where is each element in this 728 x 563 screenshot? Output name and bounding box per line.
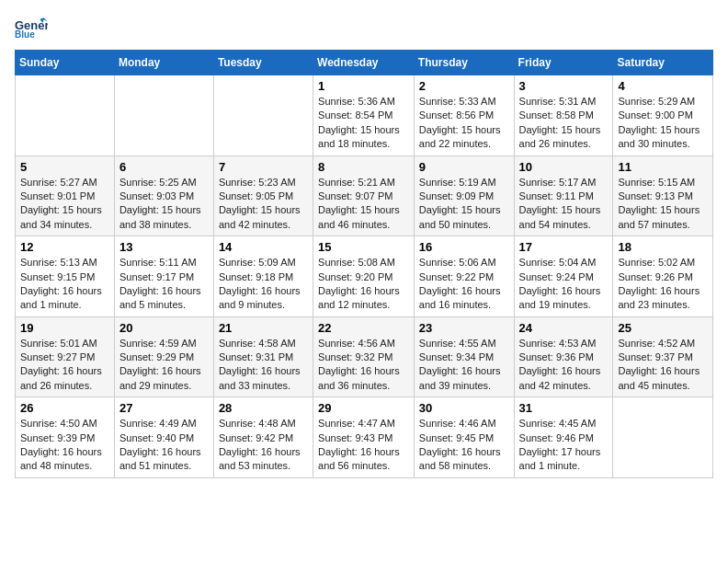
calendar-cell: 23Sunrise: 4:55 AM Sunset: 9:34 PM Dayli… (414, 316, 514, 397)
day-number: 18 (618, 240, 708, 254)
calendar-cell (114, 75, 213, 156)
day-info: Sunrise: 4:53 AM Sunset: 9:36 PM Dayligh… (519, 337, 609, 394)
day-number: 12 (20, 240, 109, 254)
day-number: 3 (519, 79, 609, 93)
day-info: Sunrise: 5:06 AM Sunset: 9:22 PM Dayligh… (419, 256, 509, 313)
calendar-cell: 30Sunrise: 4:46 AM Sunset: 9:45 PM Dayli… (414, 397, 514, 478)
day-info: Sunrise: 5:09 AM Sunset: 9:18 PM Dayligh… (219, 256, 308, 313)
day-number: 26 (20, 401, 109, 415)
day-number: 8 (318, 160, 409, 174)
day-number: 21 (219, 321, 308, 335)
calendar-header-tuesday: Tuesday (213, 51, 313, 75)
calendar-cell: 17Sunrise: 5:04 AM Sunset: 9:24 PM Dayli… (514, 236, 613, 317)
calendar-header-wednesday: Wednesday (313, 51, 415, 75)
calendar-cell: 7Sunrise: 5:23 AM Sunset: 9:05 PM Daylig… (213, 155, 313, 236)
day-number: 6 (119, 160, 209, 174)
calendar-cell: 4Sunrise: 5:29 AM Sunset: 9:00 PM Daylig… (613, 75, 713, 156)
calendar-cell: 15Sunrise: 5:08 AM Sunset: 9:20 PM Dayli… (313, 236, 415, 317)
day-info: Sunrise: 4:58 AM Sunset: 9:31 PM Dayligh… (219, 337, 308, 394)
day-info: Sunrise: 5:36 AM Sunset: 8:54 PM Dayligh… (318, 95, 409, 152)
day-number: 25 (618, 321, 708, 335)
calendar-cell: 28Sunrise: 4:48 AM Sunset: 9:42 PM Dayli… (213, 397, 313, 478)
calendar-cell (213, 75, 313, 156)
day-info: Sunrise: 5:04 AM Sunset: 9:24 PM Dayligh… (519, 256, 609, 313)
day-info: Sunrise: 4:46 AM Sunset: 9:45 PM Dayligh… (419, 417, 509, 474)
day-number: 27 (119, 401, 209, 415)
calendar-cell: 10Sunrise: 5:17 AM Sunset: 9:11 PM Dayli… (514, 155, 613, 236)
day-number: 11 (618, 160, 708, 174)
calendar-cell: 22Sunrise: 4:56 AM Sunset: 9:32 PM Dayli… (313, 316, 415, 397)
day-number: 20 (119, 321, 209, 335)
calendar-header-friday: Friday (514, 51, 613, 75)
day-info: Sunrise: 5:08 AM Sunset: 9:20 PM Dayligh… (318, 256, 409, 313)
day-number: 9 (419, 160, 509, 174)
calendar-cell: 2Sunrise: 5:33 AM Sunset: 8:56 PM Daylig… (414, 75, 514, 156)
day-number: 31 (519, 401, 609, 415)
day-info: Sunrise: 5:15 AM Sunset: 9:13 PM Dayligh… (618, 176, 708, 233)
day-info: Sunrise: 5:11 AM Sunset: 9:17 PM Dayligh… (119, 256, 209, 313)
day-info: Sunrise: 4:59 AM Sunset: 9:29 PM Dayligh… (119, 337, 209, 394)
day-info: Sunrise: 5:13 AM Sunset: 9:15 PM Dayligh… (20, 256, 109, 313)
day-number: 2 (419, 79, 509, 93)
calendar-cell: 6Sunrise: 5:25 AM Sunset: 9:03 PM Daylig… (114, 155, 213, 236)
calendar-header-monday: Monday (114, 51, 213, 75)
calendar-cell: 5Sunrise: 5:27 AM Sunset: 9:01 PM Daylig… (16, 155, 115, 236)
day-info: Sunrise: 5:33 AM Sunset: 8:56 PM Dayligh… (419, 95, 509, 152)
day-info: Sunrise: 5:21 AM Sunset: 9:07 PM Dayligh… (318, 176, 409, 233)
day-number: 28 (219, 401, 308, 415)
calendar-cell (16, 75, 115, 156)
calendar-header-thursday: Thursday (414, 51, 514, 75)
day-number: 13 (119, 240, 209, 254)
calendar-cell: 26Sunrise: 4:50 AM Sunset: 9:39 PM Dayli… (16, 397, 115, 478)
day-info: Sunrise: 5:27 AM Sunset: 9:01 PM Dayligh… (20, 176, 109, 233)
day-info: Sunrise: 4:56 AM Sunset: 9:32 PM Dayligh… (318, 337, 409, 394)
day-info: Sunrise: 5:25 AM Sunset: 9:03 PM Dayligh… (119, 176, 209, 233)
day-info: Sunrise: 4:52 AM Sunset: 9:37 PM Dayligh… (618, 337, 708, 394)
day-info: Sunrise: 5:29 AM Sunset: 9:00 PM Dayligh… (618, 95, 708, 152)
day-info: Sunrise: 5:02 AM Sunset: 9:26 PM Dayligh… (618, 256, 708, 313)
day-number: 30 (419, 401, 509, 415)
day-number: 19 (20, 321, 109, 335)
calendar-header-row: SundayMondayTuesdayWednesdayThursdayFrid… (16, 51, 713, 75)
calendar-week-row: 1Sunrise: 5:36 AM Sunset: 8:54 PM Daylig… (16, 75, 713, 156)
calendar-week-row: 5Sunrise: 5:27 AM Sunset: 9:01 PM Daylig… (16, 155, 713, 236)
day-info: Sunrise: 5:23 AM Sunset: 9:05 PM Dayligh… (219, 176, 308, 233)
day-info: Sunrise: 5:01 AM Sunset: 9:27 PM Dayligh… (20, 337, 109, 394)
day-info: Sunrise: 5:17 AM Sunset: 9:11 PM Dayligh… (519, 176, 609, 233)
calendar-cell: 25Sunrise: 4:52 AM Sunset: 9:37 PM Dayli… (613, 316, 713, 397)
calendar-week-row: 12Sunrise: 5:13 AM Sunset: 9:15 PM Dayli… (16, 236, 713, 317)
day-number: 4 (618, 79, 708, 93)
calendar-header-sunday: Sunday (16, 51, 115, 75)
day-number: 10 (519, 160, 609, 174)
day-number: 16 (419, 240, 509, 254)
calendar-cell: 3Sunrise: 5:31 AM Sunset: 8:58 PM Daylig… (514, 75, 613, 156)
calendar-cell: 27Sunrise: 4:49 AM Sunset: 9:40 PM Dayli… (114, 397, 213, 478)
calendar-cell: 1Sunrise: 5:36 AM Sunset: 8:54 PM Daylig… (313, 75, 415, 156)
day-number: 1 (318, 79, 409, 93)
calendar-week-row: 19Sunrise: 5:01 AM Sunset: 9:27 PM Dayli… (16, 316, 713, 397)
calendar-cell: 11Sunrise: 5:15 AM Sunset: 9:13 PM Dayli… (613, 155, 713, 236)
day-number: 15 (318, 240, 409, 254)
calendar-cell: 19Sunrise: 5:01 AM Sunset: 9:27 PM Dayli… (16, 316, 115, 397)
day-info: Sunrise: 4:49 AM Sunset: 9:40 PM Dayligh… (119, 417, 209, 474)
day-number: 24 (519, 321, 609, 335)
calendar-cell: 14Sunrise: 5:09 AM Sunset: 9:18 PM Dayli… (213, 236, 313, 317)
day-number: 23 (419, 321, 509, 335)
calendar-cell: 8Sunrise: 5:21 AM Sunset: 9:07 PM Daylig… (313, 155, 415, 236)
calendar-cell (613, 397, 713, 478)
calendar-cell: 9Sunrise: 5:19 AM Sunset: 9:09 PM Daylig… (414, 155, 514, 236)
calendar-cell: 29Sunrise: 4:47 AM Sunset: 9:43 PM Dayli… (313, 397, 415, 478)
day-info: Sunrise: 4:47 AM Sunset: 9:43 PM Dayligh… (318, 417, 409, 474)
day-number: 29 (318, 401, 409, 415)
calendar-header-saturday: Saturday (613, 51, 713, 75)
calendar-cell: 31Sunrise: 4:45 AM Sunset: 9:46 PM Dayli… (514, 397, 613, 478)
calendar-cell: 24Sunrise: 4:53 AM Sunset: 9:36 PM Dayli… (514, 316, 613, 397)
day-info: Sunrise: 5:19 AM Sunset: 9:09 PM Dayligh… (419, 176, 509, 233)
day-number: 22 (318, 321, 409, 335)
day-info: Sunrise: 4:55 AM Sunset: 9:34 PM Dayligh… (419, 337, 509, 394)
day-info: Sunrise: 4:50 AM Sunset: 9:39 PM Dayligh… (20, 417, 109, 474)
page-header: General Blue (15, 15, 713, 40)
day-info: Sunrise: 4:45 AM Sunset: 9:46 PM Dayligh… (519, 417, 609, 474)
day-info: Sunrise: 4:48 AM Sunset: 9:42 PM Dayligh… (219, 417, 308, 474)
calendar-cell: 20Sunrise: 4:59 AM Sunset: 9:29 PM Dayli… (114, 316, 213, 397)
